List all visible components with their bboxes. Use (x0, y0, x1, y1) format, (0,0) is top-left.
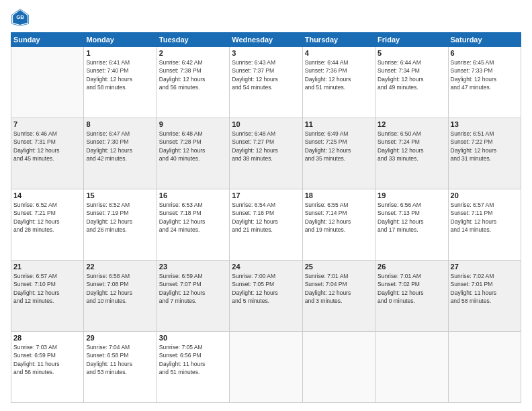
calendar-cell (302, 332, 375, 403)
day-number: 13 (451, 120, 519, 128)
calendar-cell: 8Sunrise: 6:47 AM Sunset: 7:30 PM Daylig… (84, 118, 157, 189)
weekday-header: Tuesday (157, 33, 229, 47)
weekday-header: Wednesday (230, 33, 302, 47)
day-info: Sunrise: 6:41 AM Sunset: 7:40 PM Dayligh… (86, 58, 154, 91)
day-info: Sunrise: 6:55 AM Sunset: 7:14 PM Dayligh… (305, 201, 373, 234)
day-info: Sunrise: 6:52 AM Sunset: 7:19 PM Dayligh… (86, 201, 154, 234)
weekday-header: Saturday (448, 33, 521, 47)
calendar-cell: 13Sunrise: 6:51 AM Sunset: 7:22 PM Dayli… (448, 118, 521, 189)
day-number: 29 (86, 334, 154, 342)
day-info: Sunrise: 6:59 AM Sunset: 7:07 PM Dayligh… (159, 272, 227, 305)
day-number: 2 (159, 49, 227, 57)
calendar-cell (11, 47, 84, 118)
day-info: Sunrise: 6:56 AM Sunset: 7:13 PM Dayligh… (378, 201, 445, 234)
calendar-cell: 17Sunrise: 6:54 AM Sunset: 7:16 PM Dayli… (230, 189, 302, 261)
calendar-cell: 21Sunrise: 6:57 AM Sunset: 7:10 PM Dayli… (11, 261, 84, 332)
calendar-cell: 12Sunrise: 6:50 AM Sunset: 7:24 PM Dayli… (375, 118, 448, 189)
calendar-cell: 22Sunrise: 6:58 AM Sunset: 7:08 PM Dayli… (84, 261, 157, 332)
day-number: 24 (232, 263, 300, 271)
day-info: Sunrise: 7:00 AM Sunset: 7:05 PM Dayligh… (232, 272, 300, 305)
day-info: Sunrise: 6:52 AM Sunset: 7:21 PM Dayligh… (13, 201, 81, 234)
calendar-cell: 11Sunrise: 6:49 AM Sunset: 7:25 PM Dayli… (302, 118, 375, 189)
calendar-header-row: SundayMondayTuesdayWednesdayThursdayFrid… (11, 33, 521, 47)
day-number: 26 (378, 263, 445, 271)
day-info: Sunrise: 6:44 AM Sunset: 7:34 PM Dayligh… (378, 58, 445, 91)
day-info: Sunrise: 6:53 AM Sunset: 7:18 PM Dayligh… (159, 201, 227, 234)
day-info: Sunrise: 6:45 AM Sunset: 7:33 PM Dayligh… (451, 58, 519, 91)
weekday-header: Sunday (11, 33, 84, 47)
calendar-cell: 28Sunrise: 7:03 AM Sunset: 6:59 PM Dayli… (11, 332, 84, 403)
day-number: 14 (13, 191, 81, 199)
calendar-cell: 30Sunrise: 7:05 AM Sunset: 6:56 PM Dayli… (157, 332, 229, 403)
day-info: Sunrise: 6:57 AM Sunset: 7:10 PM Dayligh… (13, 272, 81, 305)
calendar-cell: 3Sunrise: 6:43 AM Sunset: 7:37 PM Daylig… (230, 47, 302, 118)
day-info: Sunrise: 7:01 AM Sunset: 7:04 PM Dayligh… (305, 272, 373, 305)
day-info: Sunrise: 6:54 AM Sunset: 7:16 PM Dayligh… (232, 201, 300, 234)
calendar-cell: 7Sunrise: 6:46 AM Sunset: 7:31 PM Daylig… (11, 118, 84, 189)
weekday-header: Monday (84, 33, 157, 47)
calendar-cell: 14Sunrise: 6:52 AM Sunset: 7:21 PM Dayli… (11, 189, 84, 261)
calendar-cell: 29Sunrise: 7:04 AM Sunset: 6:58 PM Dayli… (84, 332, 157, 403)
day-info: Sunrise: 6:50 AM Sunset: 7:24 PM Dayligh… (378, 130, 445, 163)
day-number: 5 (378, 49, 445, 57)
day-info: Sunrise: 6:47 AM Sunset: 7:30 PM Dayligh… (86, 130, 154, 163)
logo: GB (11, 8, 32, 27)
day-info: Sunrise: 7:05 AM Sunset: 6:56 PM Dayligh… (159, 343, 227, 376)
calendar-table: SundayMondayTuesdayWednesdayThursdayFrid… (11, 32, 521, 403)
day-info: Sunrise: 7:04 AM Sunset: 6:58 PM Dayligh… (86, 343, 154, 376)
calendar-cell: 18Sunrise: 6:55 AM Sunset: 7:14 PM Dayli… (302, 189, 375, 261)
day-number: 25 (305, 263, 373, 271)
day-number: 22 (86, 263, 154, 271)
svg-text:GB: GB (16, 14, 24, 20)
calendar-cell: 10Sunrise: 6:48 AM Sunset: 7:27 PM Dayli… (230, 118, 302, 189)
day-info: Sunrise: 6:43 AM Sunset: 7:37 PM Dayligh… (232, 58, 300, 91)
day-info: Sunrise: 6:42 AM Sunset: 7:38 PM Dayligh… (159, 58, 227, 91)
day-number: 12 (378, 120, 445, 128)
day-number: 28 (13, 334, 81, 342)
calendar-cell: 27Sunrise: 7:02 AM Sunset: 7:01 PM Dayli… (448, 261, 521, 332)
day-number: 8 (86, 120, 154, 128)
day-info: Sunrise: 6:48 AM Sunset: 7:28 PM Dayligh… (159, 130, 227, 163)
page: GB SundayMondayTuesdayWednesdayThursdayF… (0, 0, 532, 411)
calendar-cell: 26Sunrise: 7:01 AM Sunset: 7:02 PM Dayli… (375, 261, 448, 332)
calendar-week-row: 14Sunrise: 6:52 AM Sunset: 7:21 PM Dayli… (11, 189, 521, 261)
day-info: Sunrise: 6:58 AM Sunset: 7:08 PM Dayligh… (86, 272, 154, 305)
calendar-cell: 15Sunrise: 6:52 AM Sunset: 7:19 PM Dayli… (84, 189, 157, 261)
day-number: 16 (159, 191, 227, 199)
day-info: Sunrise: 7:03 AM Sunset: 6:59 PM Dayligh… (13, 343, 81, 376)
day-number: 11 (305, 120, 373, 128)
header: GB (11, 8, 521, 27)
calendar-cell: 23Sunrise: 6:59 AM Sunset: 7:07 PM Dayli… (157, 261, 229, 332)
day-number: 7 (13, 120, 81, 128)
day-number: 23 (159, 263, 227, 271)
day-info: Sunrise: 6:49 AM Sunset: 7:25 PM Dayligh… (305, 130, 373, 163)
day-info: Sunrise: 7:01 AM Sunset: 7:02 PM Dayligh… (378, 272, 445, 305)
day-info: Sunrise: 6:57 AM Sunset: 7:11 PM Dayligh… (451, 201, 519, 234)
day-info: Sunrise: 6:46 AM Sunset: 7:31 PM Dayligh… (13, 130, 81, 163)
calendar-cell: 2Sunrise: 6:42 AM Sunset: 7:38 PM Daylig… (157, 47, 229, 118)
calendar-week-row: 21Sunrise: 6:57 AM Sunset: 7:10 PM Dayli… (11, 261, 521, 332)
day-info: Sunrise: 6:51 AM Sunset: 7:22 PM Dayligh… (451, 130, 519, 163)
calendar-cell: 19Sunrise: 6:56 AM Sunset: 7:13 PM Dayli… (375, 189, 448, 261)
day-number: 3 (232, 49, 300, 57)
day-number: 27 (451, 263, 519, 271)
day-info: Sunrise: 7:02 AM Sunset: 7:01 PM Dayligh… (451, 272, 519, 305)
calendar-week-row: 7Sunrise: 6:46 AM Sunset: 7:31 PM Daylig… (11, 118, 521, 189)
day-number: 18 (305, 191, 373, 199)
day-number: 4 (305, 49, 373, 57)
day-info: Sunrise: 6:44 AM Sunset: 7:36 PM Dayligh… (305, 58, 373, 91)
calendar-cell: 24Sunrise: 7:00 AM Sunset: 7:05 PM Dayli… (230, 261, 302, 332)
day-number: 9 (159, 120, 227, 128)
calendar-week-row: 1Sunrise: 6:41 AM Sunset: 7:40 PM Daylig… (11, 47, 521, 118)
day-info: Sunrise: 6:48 AM Sunset: 7:27 PM Dayligh… (232, 130, 300, 163)
calendar-cell (375, 332, 448, 403)
calendar-cell: 4Sunrise: 6:44 AM Sunset: 7:36 PM Daylig… (302, 47, 375, 118)
calendar-cell: 20Sunrise: 6:57 AM Sunset: 7:11 PM Dayli… (448, 189, 521, 261)
weekday-header: Thursday (302, 33, 375, 47)
calendar-cell: 16Sunrise: 6:53 AM Sunset: 7:18 PM Dayli… (157, 189, 229, 261)
day-number: 20 (451, 191, 519, 199)
calendar-cell: 1Sunrise: 6:41 AM Sunset: 7:40 PM Daylig… (84, 47, 157, 118)
day-number: 6 (451, 49, 519, 57)
calendar-week-row: 28Sunrise: 7:03 AM Sunset: 6:59 PM Dayli… (11, 332, 521, 403)
day-number: 30 (159, 334, 227, 342)
